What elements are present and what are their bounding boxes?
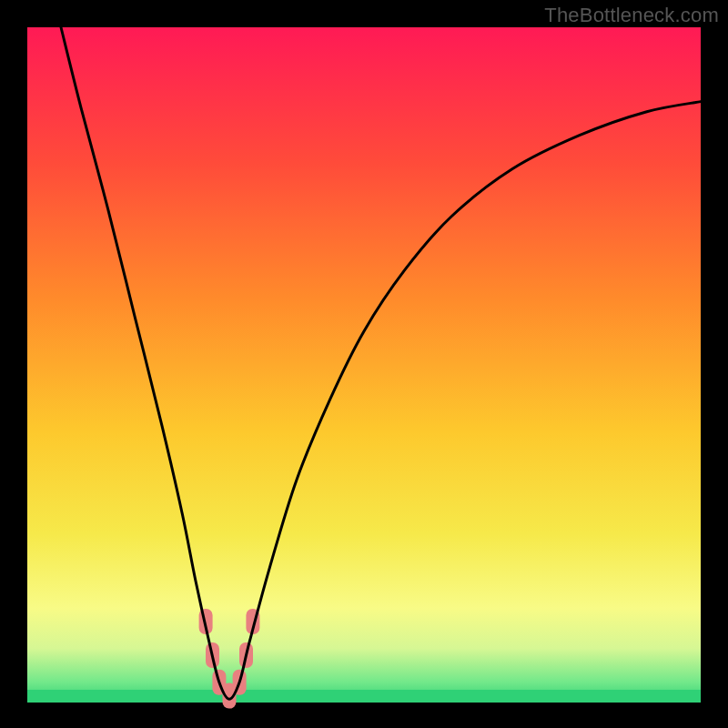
chart-stage: { "watermark": "TheBottleneck.com", "cha… [0,0,728,728]
watermark-text: TheBottleneck.com [544,4,719,27]
bottleneck-chart [0,0,728,728]
baseline-green [27,690,701,703]
